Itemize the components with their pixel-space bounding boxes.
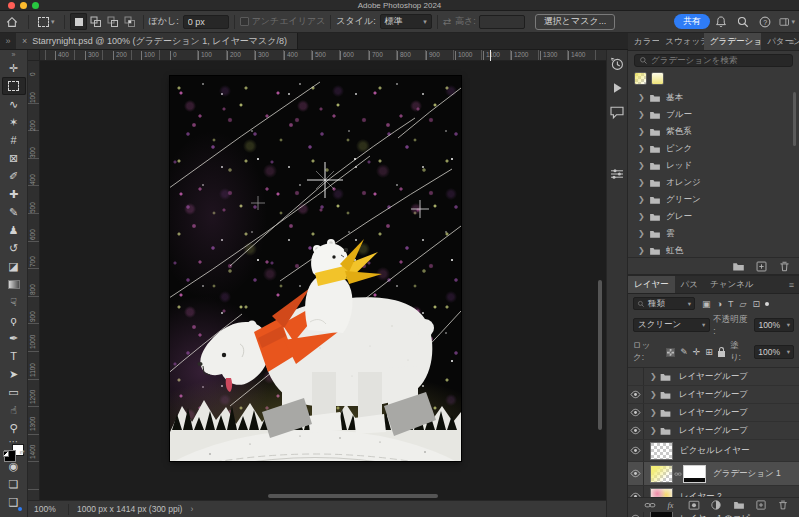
- zoom-level[interactable]: 100%: [34, 504, 60, 514]
- chevron-right-icon[interactable]: ❯: [638, 93, 644, 102]
- selection-intersect-button[interactable]: [121, 13, 138, 30]
- gradient-folder[interactable]: ❯ 紫色系: [628, 123, 799, 140]
- layer-filter-dropdown[interactable]: 種類 ▾: [633, 297, 695, 310]
- gradient-list-scrollbar[interactable]: [793, 92, 796, 146]
- panel-footer-icon[interactable]: [710, 499, 722, 511]
- layer-name[interactable]: ピクセルレイヤー: [680, 445, 749, 457]
- panel-footer-icon[interactable]: [755, 260, 768, 273]
- layer-filter-icon[interactable]: T: [728, 299, 734, 309]
- panel-footer-icon[interactable]: [733, 499, 745, 511]
- yellow-to-transparent-gradient[interactable]: [634, 72, 647, 85]
- gradient-folder[interactable]: ❯ 虹色: [628, 242, 799, 257]
- tool-button[interactable]: ▭: [2, 383, 26, 401]
- panel-tab[interactable]: パス: [675, 276, 704, 293]
- search-icon[interactable]: [735, 14, 751, 30]
- chevron-right-icon[interactable]: ❯: [638, 161, 644, 170]
- toolbar-collapse-button[interactable]: »: [12, 50, 16, 59]
- tool-button[interactable]: ♟: [2, 221, 26, 239]
- properties-icon[interactable]: [609, 166, 625, 182]
- tool-button[interactable]: ✚: [2, 185, 26, 203]
- selection-subtract-button[interactable]: [104, 13, 121, 30]
- tool-button[interactable]: #: [2, 131, 26, 149]
- panel-tab[interactable]: カラー: [628, 33, 659, 50]
- height-input[interactable]: [479, 15, 525, 29]
- opacity-dropdown[interactable]: 100% ▾: [754, 318, 794, 332]
- tool-button[interactable]: [2, 77, 26, 95]
- layer-filter-icon[interactable]: ▣: [702, 299, 711, 309]
- comments-icon[interactable]: [609, 104, 625, 120]
- lock-all-icon[interactable]: [718, 347, 725, 357]
- chevron-right-icon[interactable]: ❯: [638, 212, 644, 221]
- panel-footer-icon[interactable]: [644, 499, 656, 511]
- select-and-mask-button[interactable]: 選択とマスク...: [535, 14, 615, 30]
- layer-filter-icon[interactable]: ▱: [739, 299, 746, 309]
- tool-button[interactable]: [2, 275, 26, 293]
- tool-button[interactable]: T: [2, 347, 26, 365]
- lock-move-icon[interactable]: ✛: [693, 347, 701, 357]
- layer-name[interactable]: レイヤーグループ: [679, 407, 748, 419]
- layer-name[interactable]: レイヤー 1 のコピー: [680, 513, 759, 517]
- actions-icon[interactable]: [609, 80, 625, 96]
- panel-menu-icon[interactable]: ≡: [784, 276, 799, 294]
- layer-name[interactable]: レイヤーグループ: [679, 389, 748, 401]
- tool-button[interactable]: ✒: [2, 329, 26, 347]
- workspace-icon[interactable]: ▾: [779, 14, 795, 30]
- status-expand-icon[interactable]: ›: [190, 504, 193, 514]
- gradient-folder[interactable]: ❯ ピンク: [628, 140, 799, 157]
- pale-yellow-gradient[interactable]: [651, 72, 664, 85]
- tool-button[interactable]: ➤: [2, 365, 26, 383]
- layer-row[interactable]: ❯ レイヤーグループ: [628, 368, 799, 386]
- foreground-background-colors[interactable]: ⇄: [4, 450, 24, 456]
- horizontal-scrollbar[interactable]: [268, 494, 438, 498]
- chevron-right-icon[interactable]: ❯: [638, 127, 644, 136]
- panel-footer-icon[interactable]: [778, 260, 791, 273]
- gradient-folder[interactable]: ❯ レッド: [628, 157, 799, 174]
- panel-tab[interactable]: スウォッチ: [659, 33, 703, 50]
- panel-footer-icon[interactable]: [666, 499, 678, 511]
- selection-new-button[interactable]: [70, 13, 87, 30]
- chevron-right-icon[interactable]: ❯: [638, 246, 644, 255]
- layer-mask-thumbnail[interactable]: [683, 465, 706, 483]
- filter-toggle-icon[interactable]: [765, 302, 769, 306]
- layer-row[interactable]: ❯ グラデーション 1: [628, 462, 799, 486]
- layer-row[interactable]: ❯ レイヤーグループ: [628, 386, 799, 404]
- layer-name[interactable]: レイヤーグループ: [679, 425, 748, 437]
- default-colors-icon[interactable]: [3, 451, 9, 457]
- vertical-ruler[interactable]: 0100200300400500600700800900100011001200…: [28, 61, 40, 500]
- chevron-right-icon[interactable]: ❯: [638, 110, 644, 119]
- panel-footer-icon[interactable]: [732, 260, 745, 273]
- layer-thumbnail[interactable]: [650, 442, 673, 460]
- chevron-right-icon[interactable]: ❯: [650, 408, 657, 417]
- panel-menu-icon[interactable]: ≡: [784, 33, 799, 51]
- close-tab-icon[interactable]: ×: [22, 36, 27, 46]
- panel-tab[interactable]: レイヤー: [628, 276, 675, 293]
- horizontal-ruler[interactable]: 4003002001000100200300400500600700800900…: [28, 50, 606, 61]
- layer-filter-icon[interactable]: ◑: [717, 299, 722, 309]
- panel-footer-icon[interactable]: [777, 499, 789, 511]
- home-icon[interactable]: [4, 14, 20, 30]
- gradient-folder[interactable]: ❯ 雲: [628, 225, 799, 242]
- chevron-right-icon[interactable]: ❯: [638, 195, 644, 204]
- gradient-folder[interactable]: ❯ オレンジ: [628, 174, 799, 191]
- tool-button[interactable]: ◪: [2, 257, 26, 275]
- tool-button[interactable]: ⚲: [2, 419, 26, 437]
- tool-button[interactable]: ↺: [2, 239, 26, 257]
- tool-button[interactable]: ☟: [2, 293, 26, 311]
- panel-tab[interactable]: チャンネル: [704, 276, 760, 293]
- lock-transparency-icon[interactable]: [666, 348, 675, 357]
- tab-overflow-button[interactable]: »: [0, 33, 16, 49]
- gradient-folder[interactable]: ❯ グレー: [628, 208, 799, 225]
- tool-button[interactable]: ✛: [2, 59, 26, 77]
- visibility-toggle[interactable]: [628, 422, 644, 439]
- help-icon[interactable]: [757, 14, 773, 30]
- chevron-right-icon[interactable]: ❯: [650, 390, 657, 399]
- layer-name[interactable]: グラデーション 1: [713, 468, 781, 480]
- history-icon[interactable]: [609, 56, 625, 72]
- document-tab[interactable]: × Starrynight.psd @ 100% (グラデーション 1, レイヤ…: [16, 33, 298, 49]
- visibility-toggle[interactable]: [628, 462, 644, 485]
- layer-thumbnail[interactable]: [650, 465, 673, 483]
- chevron-right-icon[interactable]: ❯: [638, 178, 644, 187]
- ruler-corner[interactable]: [28, 50, 40, 61]
- fill-dropdown[interactable]: 100% ▾: [754, 345, 794, 359]
- visibility-toggle[interactable]: [628, 386, 644, 403]
